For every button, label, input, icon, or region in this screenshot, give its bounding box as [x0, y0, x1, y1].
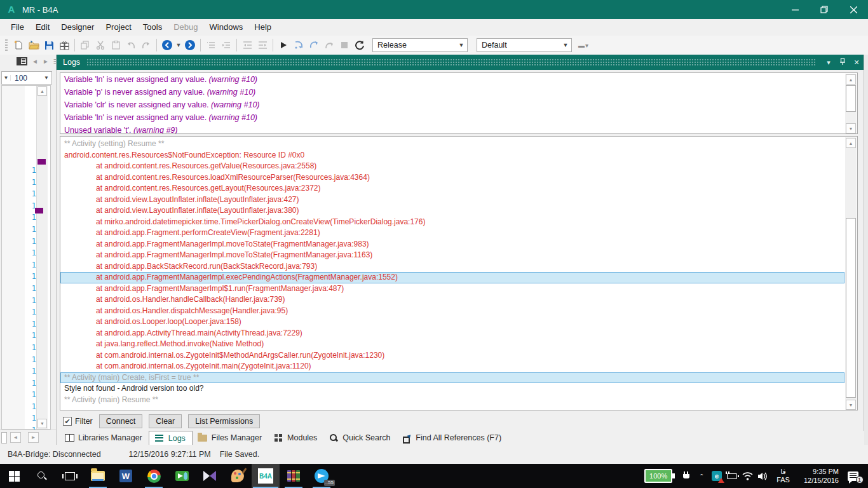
- editor-vscrollbar[interactable]: ▲ ▼: [36, 86, 48, 429]
- start-button[interactable]: [0, 464, 28, 488]
- network-tray-icon[interactable]: [740, 464, 755, 488]
- editor-zoom-select[interactable]: ▼ 100 ▼: [1, 71, 52, 85]
- menu-file[interactable]: File: [5, 20, 30, 34]
- log-line[interactable]: at android.app.FragmentManagerImpl$1.run…: [60, 283, 844, 295]
- tray-expand-button[interactable]: ⌃: [694, 464, 709, 488]
- tab-modules[interactable]: Modules: [268, 431, 323, 445]
- taskbar-app-chrome[interactable]: [140, 464, 168, 488]
- open-project-icon[interactable]: [26, 37, 41, 53]
- step-over-icon[interactable]: [306, 37, 322, 53]
- toolbar-overflow-icon[interactable]: ▬▾: [578, 42, 589, 49]
- tab-scroll-right-icon[interactable]: ►: [43, 58, 49, 65]
- paste-icon[interactable]: [108, 37, 123, 53]
- tab-find-all-references-f7-[interactable]: Find All References (F7): [397, 431, 508, 445]
- taskbar-app-winrar[interactable]: [280, 464, 308, 488]
- log-line[interactable]: at android.os.Handler.dispatchMessage(Ha…: [60, 306, 844, 317]
- warning-log-line[interactable]: Variable 'clr' is never assigned any val…: [60, 98, 857, 111]
- redo-icon[interactable]: [139, 37, 154, 53]
- log-line[interactable]: ** Activity (setting) Resume **: [60, 139, 844, 150]
- log-line[interactable]: at android.view.LayoutInflater.inflate(L…: [60, 205, 844, 217]
- tab-libraries-manager[interactable]: Libraries Manager: [59, 431, 149, 445]
- checkbox-check-icon[interactable]: ✔: [63, 417, 72, 426]
- save-icon[interactable]: [41, 37, 57, 53]
- step-into-icon[interactable]: [291, 37, 306, 53]
- stop-icon[interactable]: [337, 37, 352, 53]
- logs-panel-header[interactable]: Logs ▾ ✕: [57, 55, 864, 70]
- log-line[interactable]: at android.app.FragmentManagerImpl.execP…: [60, 272, 844, 283]
- log-line[interactable]: Style not found - Android version too ol…: [60, 383, 844, 395]
- list-permissions-button[interactable]: List Permissions: [188, 414, 260, 428]
- log-line[interactable]: ** Activity (main) Create, isFirst = tru…: [60, 372, 844, 384]
- log-line[interactable]: android.content.res.Resources$NotFoundEx…: [60, 150, 844, 161]
- restart-icon[interactable]: [352, 37, 367, 53]
- indent-icon[interactable]: [255, 37, 270, 53]
- toolbar-grip[interactable]: [5, 39, 8, 51]
- new-project-icon[interactable]: [11, 37, 26, 53]
- warnings-list[interactable]: Variable 'ln' is never assigned any valu…: [60, 72, 858, 134]
- tab-files-manager[interactable]: Files Manager: [193, 431, 268, 445]
- log-line[interactable]: at android.content.res.Resources.getLayo…: [60, 183, 844, 194]
- taskbar-app-telegram[interactable]: ..55: [308, 464, 336, 488]
- power-tray-icon[interactable]: [724, 464, 740, 488]
- usb-tray-icon[interactable]: [679, 464, 694, 488]
- scroll-up-icon[interactable]: ▲: [846, 138, 856, 148]
- scroll-down-icon[interactable]: ▼: [846, 400, 856, 410]
- step-out-icon[interactable]: [322, 37, 337, 53]
- profile-select[interactable]: Default ▼: [477, 38, 572, 52]
- volume-tray-icon[interactable]: [755, 464, 770, 488]
- battery-percent-badge[interactable]: 100%: [644, 469, 672, 483]
- log-line[interactable]: at android.content.res.Resources.getValu…: [60, 161, 844, 172]
- copy-icon[interactable]: [78, 37, 93, 53]
- restore-button[interactable]: [810, 0, 839, 19]
- menu-debug[interactable]: Debug: [168, 20, 203, 34]
- scroll-up-icon[interactable]: ▲: [37, 86, 47, 96]
- taskbar-search-button[interactable]: [28, 464, 56, 488]
- log-line[interactable]: at android.app.ActivityThread.main(Activ…: [60, 328, 844, 339]
- build-configuration-select[interactable]: Release ▼: [372, 38, 468, 52]
- taskbar-app-idm[interactable]: [168, 464, 196, 488]
- menu-windows[interactable]: Windows: [204, 20, 249, 34]
- action-center-button[interactable]: 1: [846, 464, 868, 488]
- log-line[interactable]: at mirko.android.datetimepicker.time.Tim…: [60, 217, 844, 228]
- tab-quick-search[interactable]: Quick Search: [323, 431, 397, 445]
- panel-menu-caret-icon[interactable]: ▾: [822, 58, 836, 67]
- connect-button[interactable]: Connect: [99, 414, 143, 428]
- warning-log-line[interactable]: Variable 'ln' is never assigned any valu…: [60, 73, 857, 86]
- scroll-right-icon[interactable]: ►: [28, 432, 39, 443]
- menu-tools[interactable]: Tools: [137, 20, 168, 34]
- navigate-back-caret-icon[interactable]: ▼: [175, 42, 182, 48]
- log-line[interactable]: at android.app.Fragment.performCreateVie…: [60, 227, 844, 239]
- log-line[interactable]: at android.os.Looper.loop(Looper.java:15…: [60, 316, 844, 328]
- filter-checkbox[interactable]: ✔ Filter: [63, 417, 93, 426]
- warning-log-line[interactable]: Variable 'p' is never assigned any value…: [60, 86, 857, 98]
- navigate-forward-icon[interactable]: [182, 37, 198, 53]
- close-button[interactable]: [839, 0, 868, 19]
- panel-close-icon[interactable]: ✕: [850, 58, 864, 67]
- menu-designer[interactable]: Designer: [55, 20, 100, 34]
- scroll-left-icon[interactable]: ◄: [10, 432, 21, 443]
- warning-log-line[interactable]: Unused variable 't'. (warning #9): [60, 124, 857, 134]
- hscroll-thumb[interactable]: [1, 432, 7, 444]
- taskbar-app-kmplayer[interactable]: [196, 464, 224, 488]
- log-output-list[interactable]: ** Activity (setting) Resume **android.c…: [60, 136, 858, 410]
- clear-button[interactable]: Clear: [149, 414, 182, 428]
- export-package-icon[interactable]: [57, 37, 72, 53]
- log-scrollbar[interactable]: ▲ ▼: [845, 137, 857, 410]
- code-editor-sliver[interactable]: 11111111111111111111111 ▲ ▼: [1, 85, 51, 430]
- log-line[interactable]: at android.app.FragmentManagerImpl.moveT…: [60, 250, 844, 261]
- menu-help[interactable]: Help: [248, 20, 277, 34]
- uncomment-icon[interactable]: [219, 37, 234, 53]
- panel-pin-icon[interactable]: [836, 58, 850, 67]
- warning-log-line[interactable]: Variable 'ln' is never assigned any valu…: [60, 111, 857, 124]
- taskbar-app-word[interactable]: W: [112, 464, 140, 488]
- editor-hscrollbar[interactable]: ◄ ►: [0, 430, 56, 445]
- menu-project[interactable]: Project: [100, 20, 137, 34]
- menu-edit[interactable]: Edit: [30, 20, 55, 34]
- scroll-up-icon[interactable]: ▲: [846, 74, 856, 85]
- properties-icon[interactable]: [17, 57, 27, 65]
- undo-icon[interactable]: [123, 37, 139, 53]
- language-indicator[interactable]: فا FAS: [776, 468, 790, 484]
- scroll-thumb[interactable]: [846, 218, 856, 398]
- scroll-thumb[interactable]: [846, 85, 856, 112]
- outdent-icon[interactable]: [240, 37, 255, 53]
